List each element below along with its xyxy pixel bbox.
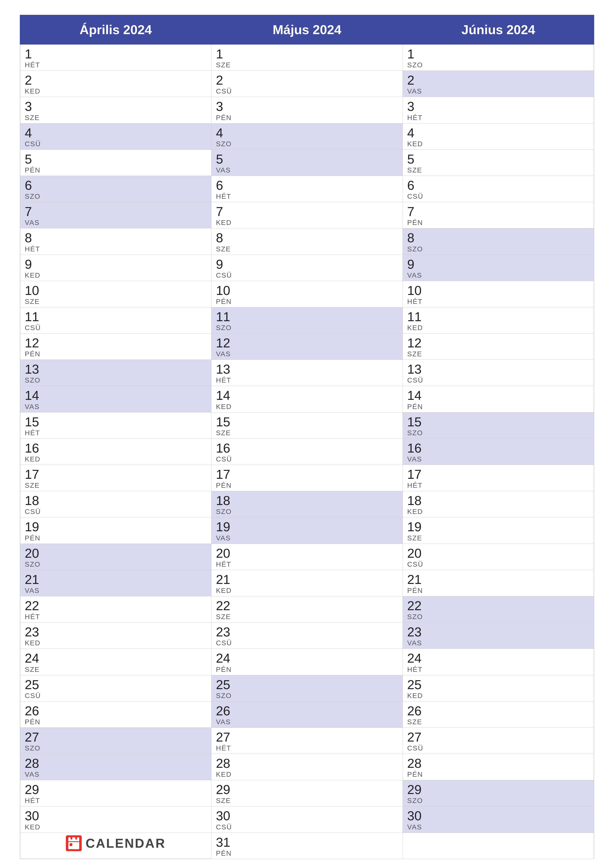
day-name: SZE — [25, 666, 207, 674]
day-number: 27 — [25, 730, 207, 744]
day-name: CSÜ — [407, 560, 589, 568]
day-row: 7VAS7KED7PÉN — [20, 202, 594, 228]
day-name: VAS — [25, 587, 207, 595]
logo-label: CALENDAR — [85, 836, 166, 851]
day-name: SZE — [407, 166, 589, 174]
day-row: 9KED9CSÜ9VAS — [20, 254, 594, 281]
day-number: 17 — [25, 467, 207, 482]
day-number: 28 — [25, 756, 207, 770]
day-number: 23 — [216, 625, 398, 639]
day-number: 7 — [407, 205, 589, 219]
day-name: SZE — [216, 61, 398, 69]
day-name: CSÜ — [407, 192, 589, 200]
day-name: SZO — [407, 797, 589, 804]
day-number: 10 — [25, 284, 207, 298]
day-name: VAS — [407, 823, 589, 831]
day-name: PÉN — [407, 403, 589, 411]
day-number: 4 — [216, 126, 398, 140]
day-name: SZE — [25, 114, 207, 122]
day-name: SZE — [216, 797, 398, 804]
day-name: PÉN — [407, 770, 589, 778]
day-number: 10 — [216, 284, 398, 298]
day-number: 2 — [25, 73, 207, 87]
day-name: PÉN — [25, 534, 207, 542]
day-name: SZE — [216, 429, 398, 437]
day-name: KED — [407, 508, 589, 516]
day-number: 6 — [407, 178, 589, 192]
day-name: KED — [216, 403, 398, 411]
day-name: VAS — [25, 219, 207, 227]
svg-rect-1 — [68, 837, 79, 849]
day-number: 21 — [216, 573, 398, 587]
day-number: 13 — [407, 362, 589, 377]
day-name: PÉN — [216, 849, 398, 857]
day-row: 5PÉN5VAS5SZE — [20, 149, 594, 176]
day-name: PÉN — [25, 166, 207, 174]
svg-rect-3 — [75, 836, 77, 840]
day-number: 18 — [407, 494, 589, 508]
day-number: 22 — [216, 599, 398, 613]
day-name: VAS — [216, 534, 398, 542]
day-row: 21VAS21KED21PÉN — [20, 570, 594, 596]
footer-logo: CALENDAR — [25, 835, 207, 851]
day-row: 16KED16CSÜ16VAS — [20, 439, 594, 465]
day-number: 1 — [216, 47, 398, 61]
day-number: 2 — [216, 73, 398, 87]
day-name: KED — [25, 87, 207, 95]
day-row: 27SZO27HÉT27CSÜ — [20, 727, 594, 754]
day-name: PÉN — [216, 298, 398, 305]
day-number: 7 — [25, 205, 207, 219]
day-name: SZO — [407, 429, 589, 437]
svg-rect-4 — [68, 841, 79, 842]
day-name: SZO — [407, 245, 589, 253]
day-name: VAS — [216, 350, 398, 358]
day-number: 19 — [25, 520, 207, 534]
day-name: HÉT — [407, 666, 589, 674]
day-number: 16 — [407, 441, 589, 455]
day-number: 11 — [216, 310, 398, 324]
day-number: 27 — [216, 730, 398, 744]
day-number: 21 — [25, 573, 207, 587]
day-number: 5 — [25, 152, 207, 166]
day-name: SZE — [407, 534, 589, 542]
day-number: 26 — [407, 704, 589, 718]
day-name: CSÜ — [407, 377, 589, 384]
day-name: VAS — [25, 770, 207, 778]
day-number: 24 — [25, 651, 207, 665]
day-number: 12 — [407, 336, 589, 350]
day-number: 1 — [25, 47, 207, 61]
day-name: PÉN — [25, 350, 207, 358]
day-name: PÉN — [216, 114, 398, 122]
day-name: KED — [25, 455, 207, 463]
day-number: 15 — [407, 415, 589, 429]
day-number: 15 — [25, 415, 207, 429]
day-number: 4 — [25, 126, 207, 140]
day-name: CSÜ — [25, 692, 207, 700]
day-name: VAS — [25, 403, 207, 411]
day-name: SZO — [25, 192, 207, 200]
day-name: CSÜ — [216, 271, 398, 279]
day-number: 26 — [216, 704, 398, 718]
day-name: VAS — [407, 455, 589, 463]
day-number: 23 — [25, 625, 207, 639]
day-name: PÉN — [216, 666, 398, 674]
day-name: KED — [25, 823, 207, 831]
day-name: PÉN — [407, 587, 589, 595]
day-name: VAS — [216, 718, 398, 726]
day-row: 17SZE17PÉN17HÉT — [20, 465, 594, 491]
day-name: PÉN — [216, 482, 398, 490]
day-name: SZO — [216, 508, 398, 516]
day-number: 13 — [25, 362, 207, 377]
day-number: 7 — [216, 205, 398, 219]
day-number: 8 — [25, 231, 207, 245]
day-name: KED — [216, 770, 398, 778]
day-name: VAS — [407, 639, 589, 647]
day-number: 14 — [216, 389, 398, 403]
day-name: HÉT — [216, 377, 398, 384]
day-number: 19 — [407, 520, 589, 534]
day-number: 9 — [25, 257, 207, 271]
day-row: 14VAS14KED14PÉN — [20, 386, 594, 412]
day-number: 8 — [407, 231, 589, 245]
day-name: HÉT — [216, 744, 398, 752]
day-row: 25CSÜ25SZO25KED — [20, 675, 594, 701]
